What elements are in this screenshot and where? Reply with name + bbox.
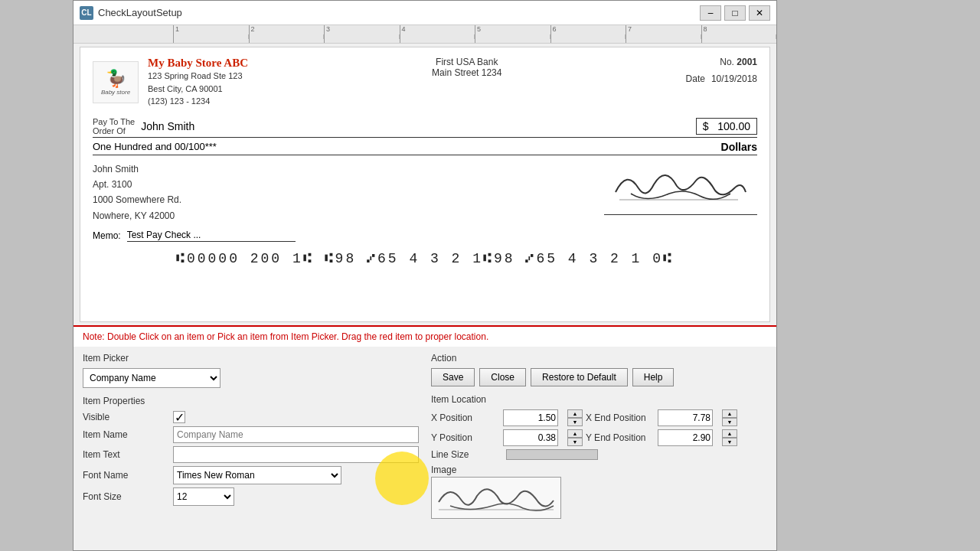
help-button[interactable]: Help (632, 368, 675, 386)
close-button[interactable]: Close (479, 368, 526, 386)
note-bar: Note: Double Click on an item or Pick an… (74, 325, 776, 347)
right-panel: Action Save Close Restore to Default Hel… (431, 353, 767, 519)
signature-area (604, 161, 757, 224)
item-location-label: Item Location (431, 394, 767, 405)
pay-to-label: Pay To TheOrder Of (93, 117, 135, 135)
item-properties-grid: Visible ✓ Item Name Item Text Font Name … (83, 411, 419, 506)
x-end-down-button[interactable]: ▼ (722, 418, 737, 426)
item-name-input[interactable] (173, 426, 419, 443)
payee-addr-2: Apt. 3100 (93, 177, 181, 192)
line-size-label: Line Size (431, 449, 500, 460)
check-no-value: 2001 (737, 57, 757, 67)
preview-signature-svg (435, 479, 557, 517)
memo-label: Memo: (93, 230, 121, 241)
check-no-section: No. 2001 Date 10/19/2018 (686, 57, 757, 84)
payee-address: John Smith Apt. 3100 1000 Somewhere Rd. … (93, 161, 181, 224)
bank-section: First USA Bank Main Street 1234 (432, 57, 501, 78)
x-pos-down-button[interactable]: ▼ (567, 418, 583, 426)
y-end-input[interactable] (658, 429, 713, 446)
image-label: Image (431, 465, 767, 475)
image-preview (431, 477, 561, 519)
x-end-input[interactable] (658, 409, 713, 426)
company-name: My Baby Store ABC (148, 57, 248, 70)
company-info: My Baby Store ABC 123 Spring Road Ste 12… (148, 57, 248, 108)
visible-checkbox-cell: ✓ (173, 411, 419, 423)
dollars-label: Dollars (721, 141, 757, 153)
amount-value: 100.00 (717, 120, 750, 132)
y-pos-up-button[interactable]: ▲ (567, 429, 583, 438)
ruler-mark-3: 3 (324, 25, 400, 43)
window-controls: – □ ✕ (700, 5, 770, 21)
ruler-mark-8: 8 (701, 25, 777, 43)
window-title: CheckLayoutSetup (98, 7, 700, 18)
ruler-mark-7: 7 (626, 25, 701, 43)
yellow-highlight-circle (375, 452, 429, 505)
close-button[interactable]: ✕ (749, 5, 770, 21)
y-end-label: Y End Position (586, 432, 655, 443)
item-text-label: Item Text (83, 449, 167, 460)
payee-name: John Smith (141, 120, 689, 132)
save-button[interactable]: Save (431, 368, 475, 386)
pay-to-line: Pay To TheOrder Of John Smith $ 100.00 (93, 117, 757, 138)
font-size-label: Font Size (83, 491, 167, 502)
date-value: 10/19/2018 (711, 73, 757, 84)
item-properties-label: Item Properties (83, 396, 419, 406)
amount-words-line: One Hundred and 00/100*** Dollars (93, 141, 757, 155)
titlebar: CL CheckLayoutSetup – □ ✕ (74, 1, 776, 25)
logo-image: 🦆 Baby store (93, 61, 139, 103)
ruler-marks: 1 2 3 4 5 6 7 8 (74, 25, 776, 43)
x-position-input[interactable] (503, 409, 558, 426)
app-icon-text: CL (81, 8, 91, 17)
y-end-down-button[interactable]: ▼ (722, 438, 737, 446)
signature-line (604, 214, 757, 215)
item-picker-label: Item Picker (83, 353, 419, 364)
action-label: Action (431, 353, 767, 364)
payee-addr-1: John Smith (93, 161, 181, 177)
x-end-spinner: ▲ ▼ (722, 409, 737, 426)
y-position-input[interactable] (503, 429, 558, 446)
font-name-select[interactable]: Times New Roman Arial Courier New (173, 466, 341, 484)
company-phone: (123) 123 - 1234 (148, 95, 248, 108)
memo-value: Test Pay Check ... (127, 230, 296, 242)
bank-name: First USA Bank (432, 57, 501, 67)
ruler: 1 2 3 4 5 6 7 8 (74, 25, 776, 44)
bottom-panel: Item Picker Company Name Company Address… (74, 347, 776, 525)
x-position-label: X Position (431, 412, 500, 423)
signature-image (608, 161, 753, 211)
x-position-spinner: ▲ ▼ (567, 409, 583, 426)
logo-text: Baby store (101, 89, 130, 96)
date-label: Date (686, 73, 705, 84)
line-size-bar[interactable] (506, 449, 598, 460)
check-no-label: No. (720, 57, 734, 67)
memo-line: Memo: Test Pay Check ... (93, 230, 757, 242)
date-line: Date 10/19/2018 (686, 73, 757, 84)
check-middle: John Smith Apt. 3100 1000 Somewhere Rd. … (93, 161, 757, 224)
visible-label: Visible (83, 412, 167, 422)
amount-symbol: $ (703, 120, 709, 132)
item-picker-select[interactable]: Company Name Company Address Bank Name C… (83, 368, 220, 388)
item-name-label: Item Name (83, 429, 167, 440)
font-name-label: Font Name (83, 470, 167, 481)
amount-words: One Hundred and 00/100*** (93, 141, 715, 152)
x-end-up-button[interactable]: ▲ (722, 409, 737, 418)
visible-checkbox[interactable]: ✓ (173, 411, 185, 423)
x-end-label: X End Position (586, 412, 655, 423)
app-icon: CL (80, 6, 93, 20)
ruler-mark-6: 6 (550, 25, 626, 43)
y-pos-down-button[interactable]: ▼ (567, 438, 583, 446)
amount-box: $ 100.00 (696, 118, 757, 135)
x-pos-up-button[interactable]: ▲ (567, 409, 583, 418)
check-no-line: No. 2001 (686, 57, 757, 67)
minimize-button[interactable]: – (700, 5, 721, 21)
left-panel: Item Picker Company Name Company Address… (83, 353, 419, 519)
y-position-spinner: ▲ ▼ (567, 429, 583, 446)
maximize-button[interactable]: □ (724, 5, 746, 21)
y-end-spinner: ▲ ▼ (722, 429, 737, 446)
action-buttons: Save Close Restore to Default Help (431, 368, 767, 386)
company-addr-2: Best City, CA 90001 (148, 83, 248, 96)
micr-line: ⑆00000 200 1⑆ ⑆98 ⑇65 4 3 2 1⑆98 ⑇65 4 3… (93, 251, 757, 266)
font-size-select[interactable]: 12 10 14 (173, 487, 234, 506)
restore-button[interactable]: Restore to Default (531, 368, 628, 386)
company-addr-1: 123 Spring Road Ste 123 (148, 70, 248, 83)
y-end-up-button[interactable]: ▲ (722, 429, 737, 438)
